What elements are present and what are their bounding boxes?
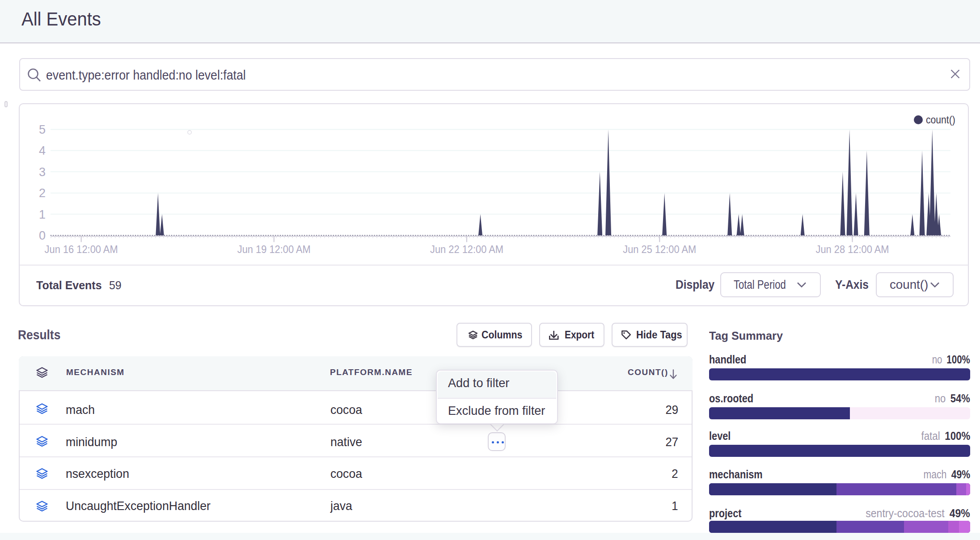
svg-text:4: 4 (39, 144, 46, 157)
svg-text:3: 3 (39, 165, 46, 179)
svg-text:Jun 28 12:00 AM: Jun 28 12:00 AM (816, 243, 889, 255)
svg-text:Jun 19 12:00 AM: Jun 19 12:00 AM (237, 243, 311, 255)
svg-text:Jun 25 12:00 AM: Jun 25 12:00 AM (623, 243, 696, 255)
svg-text:Jun 16 12:00 AM: Jun 16 12:00 AM (45, 243, 118, 255)
svg-text:1: 1 (39, 208, 46, 221)
svg-text:5: 5 (39, 123, 46, 136)
svg-text:Jun 22 12:00 AM: Jun 22 12:00 AM (430, 243, 503, 255)
svg-text:2: 2 (39, 186, 46, 200)
svg-text:0: 0 (39, 229, 46, 242)
